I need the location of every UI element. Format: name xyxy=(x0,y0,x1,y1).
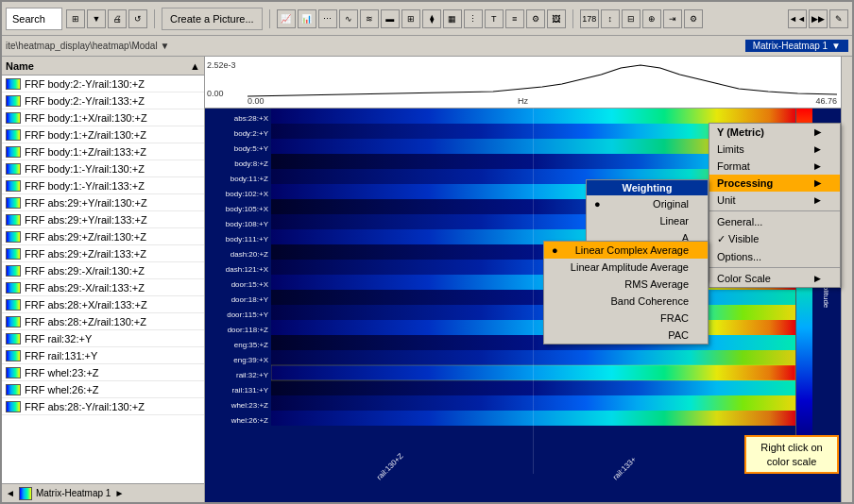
text-icon[interactable]: T xyxy=(485,9,504,28)
info-box: Right click on color scale xyxy=(744,435,839,474)
search-label: Search xyxy=(12,13,45,25)
line-chart-icon[interactable]: 📈 xyxy=(277,9,296,28)
scroll-right[interactable]: ► xyxy=(114,488,124,498)
processing-menu-item[interactable]: Processing▶ xyxy=(709,175,840,192)
spectrum-icon[interactable]: ≋ xyxy=(360,9,379,28)
refresh-icon[interactable]: ↺ xyxy=(128,9,147,28)
general-menu-item[interactable]: General... xyxy=(709,213,840,230)
export-icon[interactable]: ⇥ xyxy=(663,9,682,28)
right-scrollbar[interactable] xyxy=(841,57,852,502)
list-item[interactable]: FRF rail:131:+Y xyxy=(2,347,204,364)
search-box[interactable]: Search xyxy=(6,8,62,30)
linear-complex-item[interactable]: ●Linear Complex Average xyxy=(544,242,708,259)
img-icon[interactable]: 🖼 xyxy=(547,9,566,28)
linear-amplitude-item[interactable]: ●Linear Amplitude Average xyxy=(544,259,708,276)
limits-menu-item[interactable]: Limits▶ xyxy=(709,141,840,158)
y-label: whel:23:+Z xyxy=(205,397,271,412)
dropdown-icon[interactable]: ▼ xyxy=(87,9,106,28)
y-label: body:5:+Y xyxy=(205,141,271,156)
matrix-icon[interactable]: ⋮ xyxy=(464,9,483,28)
matrix-label[interactable]: Matrix-Heatmap 1 ▼ xyxy=(745,40,848,52)
list-item[interactable]: FRF abs:28:+X/rail:133:+Z xyxy=(2,296,204,313)
name-column-header: Name xyxy=(6,60,34,72)
list-item[interactable]: FRF abs:29:+Z/rail:133:+Z xyxy=(2,245,204,262)
sort-icon[interactable]: ↕ xyxy=(601,9,620,28)
frf-icon xyxy=(6,265,21,277)
unit-menu-item[interactable]: Unit▶ xyxy=(709,192,840,209)
list-item[interactable]: FRF abs:29:+Z/rail:130:+Z xyxy=(2,228,204,245)
toolbar-mid-icons: 📈 📊 ⋯ ∿ ≋ ▬ ⊞ ⧫ ▦ ⋮ T ≡ ⚙ 🖼 xyxy=(277,9,566,28)
settings-icon[interactable]: ⚙ xyxy=(684,9,703,28)
grid-icon[interactable]: ⊞ xyxy=(66,9,85,28)
filter-icon[interactable]: ⊟ xyxy=(622,9,640,28)
list-item[interactable]: FRF body:2:-Y/rail:130:+Z xyxy=(2,76,204,92)
y-label: door:15:+X xyxy=(205,277,271,292)
list-icon[interactable]: ≡ xyxy=(505,9,524,28)
svg-rect-0 xyxy=(248,60,837,98)
list-item[interactable]: FRF whel:26:+Z xyxy=(2,381,204,398)
map-icon[interactable]: ⊞ xyxy=(401,9,420,28)
frf-icon xyxy=(6,95,21,107)
frac-item[interactable]: ●FRAC xyxy=(544,310,708,327)
wave-icon[interactable]: ∿ xyxy=(339,9,358,28)
footer-label: Matrix-Heatmap 1 xyxy=(36,488,111,498)
list-item[interactable]: FRF abs:28:+Z/rail:130:+Z xyxy=(2,313,204,330)
options-menu-item[interactable]: Options... xyxy=(709,248,840,265)
print-icon[interactable]: 🖨 xyxy=(108,9,127,28)
frf-icon xyxy=(6,401,21,412)
list-item[interactable]: FRF body:1:-Y/rail:133:+Z xyxy=(2,177,204,194)
visible-menu-item[interactable]: ✓ Visible xyxy=(709,230,840,248)
edit-icon[interactable]: ✎ xyxy=(829,9,848,28)
list-item[interactable]: FRF abs:29:+Y/rail:130:+Z xyxy=(2,194,204,211)
y-label: body:2:+Y xyxy=(205,126,271,141)
frf-icon xyxy=(6,146,21,158)
list-item[interactable]: FRF body:2:-Y/rail:133:+Z xyxy=(2,92,204,109)
list-item[interactable]: FRF abs:29:-X/rail:130:+Z xyxy=(2,262,204,279)
heatmap-icon[interactable]: ▦ xyxy=(443,9,462,28)
format-menu-item[interactable]: Format▶ xyxy=(709,158,840,175)
toolbar-right-icons: 178 ↕ ⊟ ⊕ ⇥ ⚙ xyxy=(580,9,703,28)
create-picture-button[interactable]: Create a Picture... xyxy=(162,8,263,30)
list-item[interactable]: FRF body:1:-Y/rail:130:+Z xyxy=(2,160,204,177)
num-icon[interactable]: 178 xyxy=(580,9,599,28)
bar-chart-icon[interactable]: 📊 xyxy=(298,9,316,28)
scatter-icon[interactable]: ⋯ xyxy=(318,9,337,28)
x-left-label: 0.00 xyxy=(248,96,265,106)
color-scale-menu-item[interactable]: Color Scale▶ xyxy=(709,270,840,287)
next-icon[interactable]: ▶▶ xyxy=(809,9,828,28)
list-item[interactable]: FRF abs:29:+Y/rail:133:+Z xyxy=(2,211,204,228)
hist-icon[interactable]: ▬ xyxy=(381,9,400,28)
prev-icon[interactable]: ◄◄ xyxy=(788,9,807,28)
y-label: dash:20:+Z xyxy=(205,246,271,261)
heatmap-x-labels: rail:130+Z rail:133+ xyxy=(205,474,841,502)
linear-item[interactable]: ●Linear xyxy=(587,212,708,229)
band-coherence-item[interactable]: ●Band Coherence xyxy=(544,293,708,310)
main-context-menu: Y (Metric)▶ Limits▶ Format▶ Processing▶ … xyxy=(709,123,841,288)
linear-complex-label: Linear Complex Average xyxy=(575,244,689,256)
frf-icon xyxy=(6,367,21,378)
y-label: body:111:+Y xyxy=(205,231,271,246)
list-item[interactable]: FRF abs:28:-Y/rail:130:+Z xyxy=(2,398,204,415)
zoom-icon[interactable]: ⊕ xyxy=(642,9,661,28)
list-item[interactable]: FRF body:1:+Z/rail:133:+Z xyxy=(2,143,204,160)
matrix-label-text: Matrix-Heatmap 1 xyxy=(753,41,828,51)
frf-icon xyxy=(6,282,21,294)
processing-menu: ●Linear Complex Average ●Linear Amplitud… xyxy=(543,241,709,344)
y-label: door:115:+Y xyxy=(205,307,271,322)
content-area: Name ▲ FRF body:2:-Y/rail:130:+Z FRF bod… xyxy=(2,57,852,502)
rms-average-item[interactable]: ●RMS Average xyxy=(544,276,708,293)
original-item[interactable]: ●Original xyxy=(587,195,708,212)
list-item[interactable]: FRF body:1:+X/rail:130:+Z xyxy=(2,109,204,126)
list-item[interactable]: FRF body:1:+Z/rail:130:+Z xyxy=(2,126,204,143)
left-panel-list[interactable]: FRF body:2:-Y/rail:130:+Z FRF body:2:-Y/… xyxy=(2,76,204,483)
list-item[interactable]: FRF rail:32:+Y xyxy=(2,330,204,347)
list-item[interactable]: FRF abs:29:-X/rail:133:+Z xyxy=(2,279,204,296)
scroll-left[interactable]: ◄ xyxy=(6,488,15,498)
left-panel-footer: ◄ Matrix-Heatmap 1 ► xyxy=(2,483,204,502)
3d-icon[interactable]: ⧫ xyxy=(422,9,441,28)
y-label: body:108:+Y xyxy=(205,216,271,231)
y-metric-menu-item[interactable]: Y (Metric)▶ xyxy=(709,124,840,141)
pac-item[interactable]: ●PAC xyxy=(544,327,708,344)
list-item[interactable]: FRF whel:23:+Z xyxy=(2,364,204,381)
param-icon[interactable]: ⚙ xyxy=(526,9,545,28)
